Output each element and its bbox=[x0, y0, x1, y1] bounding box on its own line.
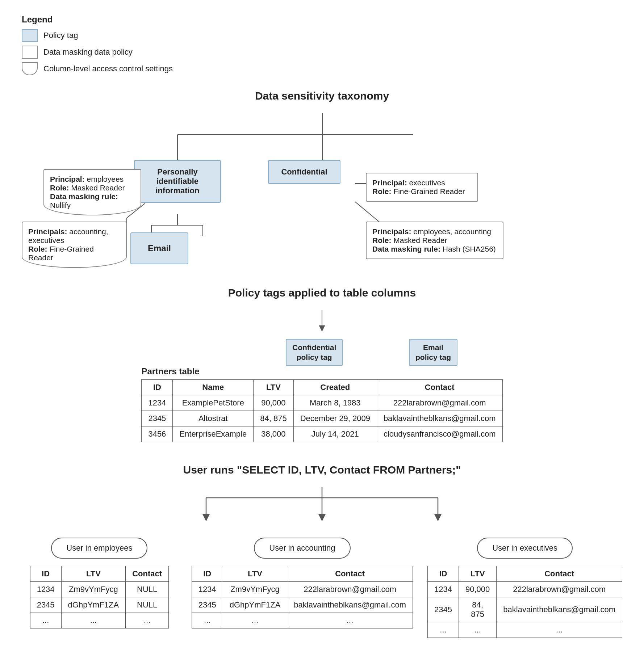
user-cell-1-r0-c2: 222larabrown@gmail.com bbox=[287, 582, 413, 597]
user-table-body-0: 1234Zm9vYmFycgNULL2345dGhpYmF1ZANULL....… bbox=[30, 582, 168, 628]
select-title: User runs "SELECT ID, LTV, Contact FROM … bbox=[22, 464, 622, 476]
table-row: ......... bbox=[428, 622, 622, 638]
user-cell-2-r0-c2: 222larabrown@gmail.com bbox=[497, 582, 622, 597]
user-cell-1-r0-c0: 1234 bbox=[192, 582, 223, 597]
user-table-0: IDLTVContact1234Zm9vYmFycgNULL2345dGhpYm… bbox=[30, 566, 169, 628]
user-col-header: Contact bbox=[126, 566, 169, 582]
user-cell-0-r0-c1: Zm9vYmFycg bbox=[61, 582, 126, 597]
legend-label-masking: Data masking data policy bbox=[43, 47, 133, 57]
partners-area: Confidentialpolicy tag Emailpolicy tag P… bbox=[22, 339, 622, 442]
user-cell-0-r2-c2: ... bbox=[126, 613, 169, 628]
cell-r0-c2: 90,000 bbox=[254, 395, 293, 411]
policy-tag-icon bbox=[22, 29, 38, 42]
cell-r1-c2: 84, 875 bbox=[254, 411, 293, 426]
cell-r1-c4: baklavaintheblkans@gmail.com bbox=[377, 411, 502, 426]
pii-label: Personallyidentifiableinformation bbox=[156, 167, 200, 195]
user-cell-2-r0-c1: 90,000 bbox=[459, 582, 496, 597]
pii-node: Personallyidentifiableinformation bbox=[134, 160, 221, 203]
emp-accounting-settings-box: Principals: employees, accountingRole: M… bbox=[366, 222, 503, 259]
user-cell-0-r0-c0: 1234 bbox=[30, 582, 61, 597]
user-col-header: LTV bbox=[61, 566, 126, 582]
table-row: 123490,000222larabrown@gmail.com bbox=[428, 582, 622, 597]
table-row: 1234ExamplePetStore90,000March 8, 198322… bbox=[142, 395, 502, 411]
col-created: Created bbox=[293, 380, 377, 395]
user-cell-1-r1-c2: baklavaintheblkans@gmail.com bbox=[287, 597, 413, 613]
cell-r2-c4: cloudysanfrancisco@gmail.com bbox=[377, 426, 502, 442]
accounting-exec-label: Principals: accounting, executivesRole: … bbox=[28, 227, 108, 262]
table-header-row: ID Name LTV Created Contact bbox=[142, 380, 502, 395]
table-row: 3456EnterpriseExample38,000July 14, 2021… bbox=[142, 426, 502, 442]
user-cell-2-r2-c1: ... bbox=[459, 622, 496, 638]
result-col-0: User in employeesIDLTVContact1234Zm9vYmF… bbox=[22, 538, 177, 638]
table-row: 2345dGhpYmF1ZAbaklavaintheblkans@gmail.c… bbox=[192, 597, 413, 613]
legend-label-column-access: Column-level access control settings bbox=[43, 64, 173, 73]
user-col-header: ID bbox=[428, 566, 459, 582]
user-table-body-2: 123490,000222larabrown@gmail.com234584, … bbox=[428, 582, 622, 638]
col-contact: Contact bbox=[377, 380, 502, 395]
user-cell-2-r0-c0: 1234 bbox=[428, 582, 459, 597]
cell-r0-c1: ExamplePetStore bbox=[173, 395, 254, 411]
user-cell-0-r1-c0: 2345 bbox=[30, 597, 61, 613]
user-cell-2-r1-c2: baklavaintheblkans@gmail.com bbox=[497, 597, 622, 622]
accounting-exec-settings-box: Principals: accounting, executivesRole: … bbox=[22, 222, 127, 268]
table-row: ......... bbox=[30, 613, 168, 628]
svg-marker-16 bbox=[319, 325, 325, 332]
user-table-header-row: IDLTVContact bbox=[428, 566, 622, 582]
user-cell-1-r1-c0: 2345 bbox=[192, 597, 223, 613]
user-cell-1-r2-c1: ... bbox=[223, 613, 287, 628]
user-cell-1-r2-c2: ... bbox=[287, 613, 413, 628]
result-col-1: User in accountingIDLTVContact1234Zm9vYm… bbox=[192, 538, 413, 638]
legend-section: Legend Policy tag Data masking data poli… bbox=[22, 14, 622, 75]
legend-label-policy-tag: Policy tag bbox=[43, 31, 78, 40]
branch-arrows-svg bbox=[159, 487, 485, 523]
svg-marker-21 bbox=[202, 514, 210, 521]
confidential-node: Confidential bbox=[268, 160, 340, 184]
user-cell-2-r2-c2: ... bbox=[497, 622, 622, 638]
user-col-header: Contact bbox=[497, 566, 622, 582]
result-col-2: User in executivesIDLTVContact123490,000… bbox=[427, 538, 622, 638]
user-col-header: ID bbox=[192, 566, 223, 582]
col-ltv: LTV bbox=[254, 380, 293, 395]
table-row: 1234Zm9vYmFycgNULL bbox=[30, 582, 168, 597]
user-cell-1-r1-c1: dGhpYmF1ZA bbox=[223, 597, 287, 613]
cell-r2-c2: 38,000 bbox=[254, 426, 293, 442]
user-badge-1: User in accounting bbox=[254, 538, 350, 559]
partners-table-container: Partners table ID Name LTV Created Conta… bbox=[141, 366, 502, 442]
cell-r1-c3: December 29, 2009 bbox=[293, 411, 377, 426]
table-row: 234584, 875baklavaintheblkans@gmail.com bbox=[428, 597, 622, 622]
user-cell-2-r2-c0: ... bbox=[428, 622, 459, 638]
user-cell-1-r2-c0: ... bbox=[192, 613, 223, 628]
emp-accounting-label: Principals: employees, accountingRole: M… bbox=[372, 227, 496, 253]
table-row: 1234Zm9vYmFycg222larabrown@gmail.com bbox=[192, 582, 413, 597]
cell-r2-c3: July 14, 2021 bbox=[293, 426, 377, 442]
svg-marker-18 bbox=[318, 514, 326, 521]
cell-r2-c1: EnterpriseExample bbox=[173, 426, 254, 442]
user-table-header-row: IDLTVContact bbox=[30, 566, 168, 582]
confidential-label: Confidential bbox=[281, 167, 327, 176]
column-access-icon bbox=[22, 62, 38, 75]
policy-section-title: Policy tags applied to table columns bbox=[22, 287, 622, 299]
email-label: Email bbox=[148, 243, 171, 253]
cell-r0-c4: 222larabrown@gmail.com bbox=[377, 395, 502, 411]
cell-r2-c0: 3456 bbox=[142, 426, 173, 442]
user-cell-0-r1-c2: NULL bbox=[126, 597, 169, 613]
confidential-policy-tag: Confidentialpolicy tag bbox=[286, 339, 343, 366]
partners-table-body: 1234ExamplePetStore90,000March 8, 198322… bbox=[142, 395, 502, 442]
user-table-body-1: 1234Zm9vYmFycg222larabrown@gmail.com2345… bbox=[192, 582, 413, 628]
legend-title: Legend bbox=[22, 14, 622, 25]
user-table-1: IDLTVContact1234Zm9vYmFycg222larabrown@g… bbox=[192, 566, 413, 628]
branch-arrows-container bbox=[22, 487, 622, 523]
user-cell-1-r0-c1: Zm9vYmFycg bbox=[223, 582, 287, 597]
user-badge-2: User in executives bbox=[477, 538, 573, 559]
user-col-header: ID bbox=[30, 566, 61, 582]
legend-item-policy-tag: Policy tag bbox=[22, 29, 622, 42]
user-cell-0-r0-c2: NULL bbox=[126, 582, 169, 597]
cell-r1-c0: 2345 bbox=[142, 411, 173, 426]
masking-icon bbox=[22, 46, 38, 59]
user-table-header-row: IDLTVContact bbox=[192, 566, 413, 582]
policy-arrow bbox=[22, 310, 622, 332]
user-cell-0-r2-c1: ... bbox=[61, 613, 126, 628]
user-table-2: IDLTVContact123490,000222larabrown@gmail… bbox=[427, 566, 622, 638]
user-cell-2-r1-c0: 2345 bbox=[428, 597, 459, 622]
cell-r0-c3: March 8, 1983 bbox=[293, 395, 377, 411]
